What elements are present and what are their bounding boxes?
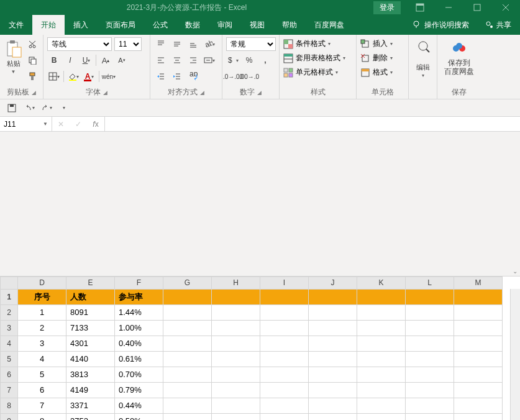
cell[interactable] (406, 336, 454, 351)
cell[interactable]: 7133 (66, 320, 115, 336)
format-painter-button[interactable] (25, 70, 39, 83)
select-all-corner[interactable] (1, 276, 18, 289)
cell[interactable] (406, 304, 454, 320)
cell[interactable] (212, 351, 260, 367)
column-header[interactable]: L (406, 276, 454, 289)
cell[interactable] (212, 336, 260, 351)
cell[interactable] (406, 351, 454, 367)
row-header[interactable]: 6 (1, 367, 18, 382)
cell[interactable] (309, 398, 357, 413)
cell[interactable] (454, 304, 503, 320)
merge-button[interactable]: ▾ (203, 53, 216, 67)
dialog-launcher-icon[interactable]: ◢ (32, 89, 36, 96)
cell[interactable] (260, 398, 309, 413)
column-header[interactable]: H (212, 276, 260, 289)
cell[interactable]: 3371 (66, 398, 115, 413)
cell[interactable] (260, 382, 309, 398)
tab-数据[interactable]: 数据 (176, 15, 209, 35)
cell[interactable] (309, 304, 357, 320)
cell[interactable] (309, 351, 357, 367)
decrease-font-button[interactable]: A▾ (115, 53, 129, 67)
cell[interactable]: 参与率 (115, 289, 163, 304)
delete-cells-button[interactable]: 删除▾ (360, 53, 393, 63)
increase-decimal-button[interactable]: .0→.00 (226, 70, 240, 83)
tab-文件[interactable]: 文件 (0, 15, 32, 35)
tab-帮助[interactable]: 帮助 (273, 15, 306, 35)
cell[interactable] (212, 398, 260, 413)
row-header[interactable]: 4 (1, 336, 18, 351)
chevron-down-icon[interactable]: ▼ (43, 121, 48, 127)
align-left-button[interactable] (154, 53, 168, 67)
column-header[interactable]: M (454, 276, 503, 289)
wrap-text-button[interactable]: ab (186, 70, 200, 83)
cell[interactable] (212, 382, 260, 398)
tab-插入[interactable]: 插入 (65, 15, 97, 35)
font-color-button[interactable]: A▾ (83, 70, 96, 83)
cell[interactable] (357, 320, 406, 336)
cell[interactable]: 6 (18, 382, 66, 398)
expand-formula-bar-icon[interactable]: ⌄ (513, 268, 518, 275)
cell[interactable] (454, 351, 503, 367)
cell[interactable] (309, 382, 357, 398)
tab-视图[interactable]: 视图 (241, 15, 273, 35)
dialog-launcher-icon[interactable]: ◢ (257, 89, 262, 96)
cell[interactable]: 4149 (66, 382, 115, 398)
italic-button[interactable]: I (63, 53, 77, 67)
spreadsheet-grid[interactable]: DEFGHIJKLM 1序号人数参与率2180911.44%3271331.00… (0, 276, 520, 421)
cell[interactable] (406, 382, 454, 398)
cell[interactable] (163, 382, 212, 398)
cell[interactable] (454, 289, 503, 304)
cell[interactable]: 0.61% (115, 351, 163, 367)
cell[interactable]: 3752 (66, 413, 115, 420)
fx-icon[interactable]: fx (87, 120, 104, 129)
cut-button[interactable] (25, 37, 39, 51)
cell[interactable] (454, 382, 503, 398)
cell[interactable] (357, 304, 406, 320)
cell[interactable] (357, 398, 406, 413)
cell[interactable] (163, 336, 212, 351)
cell[interactable]: 人数 (66, 289, 115, 304)
cell[interactable]: 1.44% (115, 304, 163, 320)
cell[interactable]: 2 (18, 320, 66, 336)
align-center-button[interactable] (170, 53, 184, 67)
save-button[interactable] (5, 101, 19, 115)
decrease-indent-button[interactable] (154, 70, 168, 83)
cell[interactable] (309, 413, 357, 420)
cell[interactable]: 0.79% (115, 382, 163, 398)
cell[interactable] (357, 367, 406, 382)
cell[interactable]: 0.70% (115, 367, 163, 382)
cell[interactable]: 7 (18, 398, 66, 413)
enter-icon[interactable]: ✓ (70, 120, 87, 129)
cell[interactable] (260, 367, 309, 382)
cell[interactable] (357, 336, 406, 351)
table-format-button[interactable]: 套用表格格式▾ (283, 53, 345, 63)
cell[interactable] (309, 336, 357, 351)
cell[interactable] (406, 289, 454, 304)
cell[interactable] (163, 398, 212, 413)
column-header[interactable]: I (260, 276, 309, 289)
cell[interactable] (163, 367, 212, 382)
column-header[interactable]: D (18, 276, 66, 289)
row-header[interactable]: 8 (1, 398, 18, 413)
cell[interactable] (212, 413, 260, 420)
row-header[interactable]: 3 (1, 320, 18, 336)
tab-页面布局[interactable]: 页面布局 (97, 15, 144, 35)
cell[interactable] (260, 336, 309, 351)
tell-me-search[interactable]: 操作说明搜索 (404, 15, 477, 35)
cell[interactable]: 8 (18, 413, 66, 420)
cell[interactable] (357, 413, 406, 420)
conditional-format-button[interactable]: 条件格式▾ (283, 39, 345, 49)
bold-button[interactable]: B (47, 53, 61, 67)
cell[interactable] (357, 382, 406, 398)
cell[interactable] (309, 289, 357, 304)
cell[interactable] (260, 351, 309, 367)
cell[interactable]: 0.44% (115, 398, 163, 413)
format-cells-button[interactable]: 格式▾ (360, 67, 393, 78)
cell[interactable]: 4140 (66, 351, 115, 367)
cell[interactable] (309, 367, 357, 382)
align-right-button[interactable] (186, 53, 200, 67)
editing-button[interactable]: 编辑 ▾ (413, 37, 433, 78)
cell[interactable] (357, 289, 406, 304)
column-header[interactable]: K (357, 276, 406, 289)
underline-button[interactable]: U▾ (80, 53, 93, 67)
